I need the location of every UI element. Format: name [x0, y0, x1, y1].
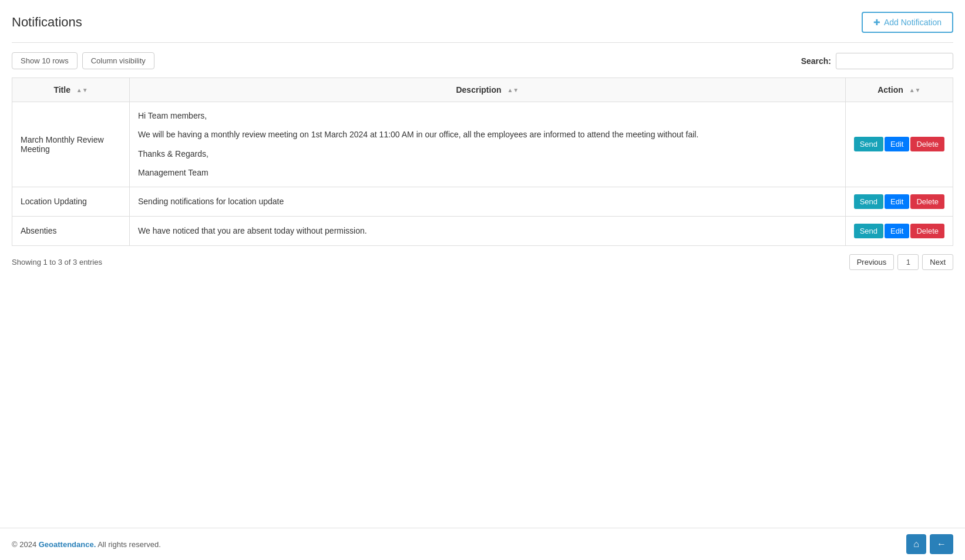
cell-description: Sending notifications for location updat…	[130, 187, 846, 216]
send-button[interactable]: Send	[854, 194, 883, 209]
cell-action: SendEditDelete	[845, 187, 953, 216]
page-title: Notifications	[12, 15, 82, 30]
next-button[interactable]: Next	[922, 254, 953, 270]
cell-title: Location Updating	[12, 187, 130, 216]
notifications-table: Title ▲▼ Description ▲▼ Action ▲▼ March …	[12, 77, 953, 246]
plus-icon: ✚	[873, 18, 880, 27]
cell-description: We have noticed that you are absent toda…	[130, 216, 846, 245]
description-paragraph: Management Team	[138, 166, 837, 179]
sort-arrows-description: ▲▼	[507, 87, 519, 93]
send-button[interactable]: Send	[854, 137, 883, 151]
col-header-description: Description ▲▼	[130, 78, 846, 102]
showing-entries-text: Showing 1 to 3 of 3 entries	[12, 258, 102, 266]
table-row: March Monthly Review MeetingHi Team memb…	[12, 102, 953, 187]
col-header-action: Action ▲▼	[845, 78, 953, 102]
delete-button[interactable]: Delete	[910, 194, 944, 209]
cell-title: March Monthly Review Meeting	[12, 102, 130, 187]
search-area: Search:	[801, 53, 953, 69]
toolbar: Show 10 rows Column visibility Search:	[12, 52, 953, 69]
toolbar-left: Show 10 rows Column visibility	[12, 52, 154, 69]
search-label: Search:	[801, 56, 831, 66]
back-icon-button[interactable]: ←	[930, 534, 953, 554]
send-button[interactable]: Send	[854, 224, 883, 238]
table-header-row: Title ▲▼ Description ▲▼ Action ▲▼	[12, 78, 953, 102]
current-page: 1	[897, 254, 919, 270]
col-header-title: Title ▲▼	[12, 78, 130, 102]
description-paragraph: Thanks & Regards,	[138, 147, 837, 160]
description-paragraph: Hi Team members,	[138, 109, 837, 122]
show-rows-button[interactable]: Show 10 rows	[12, 52, 78, 69]
page-footer: © 2024 Geoattendance. All rights reserve…	[0, 528, 965, 560]
footer-icons: ⌂ ←	[906, 534, 953, 554]
search-input[interactable]	[836, 53, 953, 69]
home-icon-button[interactable]: ⌂	[906, 534, 926, 554]
previous-button[interactable]: Previous	[849, 254, 895, 270]
page-header: Notifications ✚ Add Notification	[12, 12, 953, 43]
table-row: Location UpdatingSending notifications f…	[12, 187, 953, 216]
sort-arrows-title: ▲▼	[76, 87, 88, 93]
footer-copyright: © 2024 Geoattendance. All rights reserve…	[12, 540, 161, 549]
brand-link[interactable]: Geoattendance.	[39, 540, 96, 549]
column-visibility-button[interactable]: Column visibility	[82, 52, 154, 69]
sort-arrows-action: ▲▼	[909, 87, 921, 93]
description-paragraph: We have noticed that you are absent toda…	[138, 224, 837, 237]
description-paragraph: We will be having a monthly review meeti…	[138, 128, 837, 141]
delete-button[interactable]: Delete	[910, 137, 944, 151]
table-row: AbsentiesWe have noticed that you are ab…	[12, 216, 953, 245]
cell-action: SendEditDelete	[845, 102, 953, 187]
edit-button[interactable]: Edit	[885, 194, 909, 209]
edit-button[interactable]: Edit	[885, 224, 909, 238]
delete-button[interactable]: Delete	[910, 224, 944, 238]
cell-description: Hi Team members,We will be having a mont…	[130, 102, 846, 187]
cell-action: SendEditDelete	[845, 216, 953, 245]
edit-button[interactable]: Edit	[885, 137, 909, 151]
pagination: Previous 1 Next	[849, 254, 953, 270]
footer-info: Showing 1 to 3 of 3 entries Previous 1 N…	[12, 254, 953, 270]
cell-title: Absenties	[12, 216, 130, 245]
description-paragraph: Sending notifications for location updat…	[138, 195, 837, 208]
add-notification-button[interactable]: ✚ Add Notification	[862, 12, 953, 33]
